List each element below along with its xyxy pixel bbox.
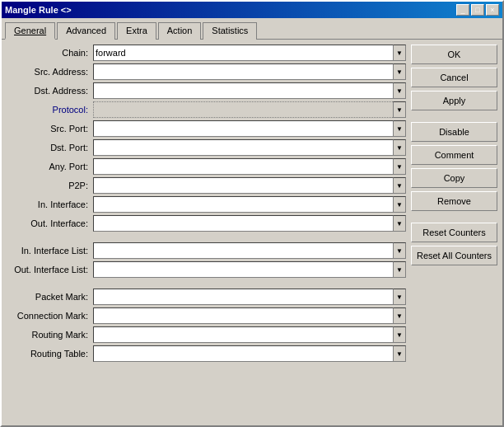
src-address-dropdown-arrow[interactable]: ▼ [393, 63, 406, 80]
p2p-input-group: ▼ [93, 177, 406, 194]
p2p-input[interactable] [93, 177, 393, 194]
connection-mark-label: Connection Mark: [7, 311, 93, 321]
out-interface-list-dropdown-arrow[interactable]: ▼ [393, 261, 406, 278]
in-interface-list-input-group: ▼ [93, 242, 406, 259]
dst-address-row: Dst. Address: ▼ [7, 82, 406, 99]
dst-port-label: Dst. Port: [7, 143, 93, 152]
connection-mark-input[interactable] [93, 307, 393, 324]
in-interface-list-dropdown-arrow[interactable]: ▼ [393, 242, 406, 259]
out-interface-row: Out. Interface: ▼ [7, 215, 406, 232]
any-port-input-group: ▼ [93, 158, 406, 175]
out-interface-list-label: Out. Interface List: [7, 265, 93, 274]
main-content: Chain: ▼ Src. Address: ▼ Dst. Address: [2, 39, 502, 425]
in-interface-input-group: ▼ [93, 196, 406, 213]
out-interface-input-group: ▼ [93, 215, 406, 232]
p2p-dropdown-arrow[interactable]: ▼ [393, 177, 406, 194]
form-panel: Chain: ▼ Src. Address: ▼ Dst. Address: [7, 45, 406, 420]
src-port-dropdown-arrow[interactable]: ▼ [393, 120, 406, 137]
close-button[interactable]: × [486, 4, 499, 16]
src-port-input[interactable] [93, 120, 393, 137]
reset-all-counters-button[interactable]: Reset All Counters [411, 246, 497, 265]
tab-statistics[interactable]: Statistics [203, 22, 257, 40]
src-address-input[interactable] [93, 63, 393, 80]
protocol-input-group: ▼ [93, 101, 406, 118]
routing-table-input[interactable] [93, 345, 393, 362]
out-interface-label: Out. Interface: [7, 218, 93, 228]
protocol-label: Protocol: [7, 105, 93, 115]
minimize-button[interactable]: _ [456, 4, 469, 16]
window-title: Mangle Rule <> [5, 5, 72, 15]
spacer-2 [7, 280, 406, 287]
out-interface-list-input[interactable] [93, 261, 393, 278]
connection-mark-dropdown-arrow[interactable]: ▼ [393, 307, 406, 324]
any-port-input[interactable] [93, 158, 393, 175]
button-panel: OK Cancel Apply Disable Comment Copy Rem… [411, 45, 497, 420]
remove-button[interactable]: Remove [411, 191, 497, 211]
any-port-dropdown-arrow[interactable]: ▼ [393, 158, 406, 175]
connection-mark-row: Connection Mark: ▼ [7, 307, 406, 324]
src-port-row: Src. Port: ▼ [7, 120, 406, 137]
src-address-row: Src. Address: ▼ [7, 63, 406, 80]
any-port-row: Any. Port: ▼ [7, 158, 406, 175]
cancel-button[interactable]: Cancel [411, 68, 497, 87]
dst-address-label: Dst. Address: [7, 86, 93, 96]
packet-mark-row: Packet Mark: ▼ [7, 289, 406, 305]
chain-dropdown-arrow[interactable]: ▼ [393, 45, 406, 61]
copy-button[interactable]: Copy [411, 168, 497, 188]
dst-port-input[interactable] [93, 139, 393, 156]
spacer-1 [7, 234, 406, 241]
tab-general[interactable]: General [5, 22, 55, 40]
routing-mark-input[interactable] [93, 326, 393, 343]
in-interface-label: In. Interface: [7, 199, 93, 209]
titlebar-controls: _ □ × [456, 4, 499, 16]
protocol-dropdown-arrow[interactable]: ▼ [393, 101, 406, 118]
chain-input[interactable] [93, 45, 393, 61]
tab-extra[interactable]: Extra [117, 22, 156, 40]
packet-mark-dropdown-arrow[interactable]: ▼ [393, 289, 406, 305]
p2p-label: P2P: [7, 181, 93, 190]
routing-mark-row: Routing Mark: ▼ [7, 326, 406, 343]
in-interface-input[interactable] [93, 196, 393, 213]
routing-mark-dropdown-arrow[interactable]: ▼ [393, 326, 406, 343]
out-interface-list-row: Out. Interface List: ▼ [7, 261, 406, 278]
packet-mark-input-group: ▼ [93, 289, 406, 305]
apply-button[interactable]: Apply [411, 91, 497, 110]
out-interface-list-input-group: ▼ [93, 261, 406, 278]
main-window: Mangle Rule <> _ □ × General Advanced Ex… [0, 0, 504, 427]
src-port-label: Src. Port: [7, 124, 93, 134]
src-address-label: Src. Address: [7, 67, 93, 77]
button-separator-1 [411, 114, 497, 119]
dst-address-input[interactable] [93, 82, 393, 99]
dst-address-input-group: ▼ [93, 82, 406, 99]
tab-bar: General Advanced Extra Action Statistics [2, 18, 502, 39]
routing-table-dropdown-arrow[interactable]: ▼ [393, 345, 406, 362]
routing-mark-input-group: ▼ [93, 326, 406, 343]
ok-button[interactable]: OK [411, 45, 497, 64]
chain-row: Chain: ▼ [7, 45, 406, 61]
packet-mark-input[interactable] [93, 289, 393, 305]
out-interface-input[interactable] [93, 215, 393, 232]
in-interface-row: In. Interface: ▼ [7, 196, 406, 213]
maximize-button[interactable]: □ [471, 4, 484, 16]
in-interface-list-input[interactable] [93, 242, 393, 259]
any-port-label: Any. Port: [7, 162, 93, 171]
dst-port-row: Dst. Port: ▼ [7, 139, 406, 156]
out-interface-dropdown-arrow[interactable]: ▼ [393, 215, 406, 232]
comment-button[interactable]: Comment [411, 145, 497, 165]
protocol-input[interactable] [93, 101, 393, 118]
routing-table-label: Routing Table: [7, 349, 93, 359]
tab-advanced[interactable]: Advanced [57, 22, 115, 40]
src-port-input-group: ▼ [93, 120, 406, 137]
protocol-row: Protocol: ▼ [7, 101, 406, 118]
tab-action[interactable]: Action [158, 22, 202, 40]
reset-counters-button[interactable]: Reset Counters [411, 223, 497, 242]
dst-port-dropdown-arrow[interactable]: ▼ [393, 139, 406, 156]
p2p-row: P2P: ▼ [7, 177, 406, 194]
routing-table-row: Routing Table: ▼ [7, 345, 406, 362]
dst-address-dropdown-arrow[interactable]: ▼ [393, 82, 406, 99]
routing-mark-label: Routing Mark: [7, 330, 93, 340]
in-interface-list-row: In. Interface List: ▼ [7, 242, 406, 259]
disable-button[interactable]: Disable [411, 122, 497, 142]
titlebar: Mangle Rule <> _ □ × [2, 2, 502, 18]
in-interface-dropdown-arrow[interactable]: ▼ [393, 196, 406, 213]
